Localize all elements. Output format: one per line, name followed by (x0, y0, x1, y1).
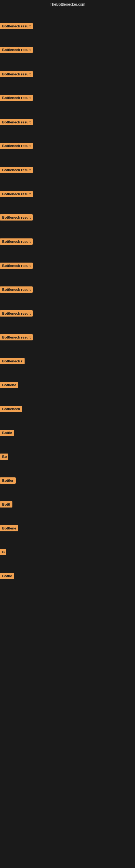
bottleneck-badge: Bottlene (0, 525, 18, 531)
bottleneck-badge: Bottler (0, 477, 16, 484)
bottleneck-result-item[interactable]: Bottl (0, 501, 12, 508)
bottleneck-result-item[interactable]: Bottleneck result (0, 310, 33, 318)
bottleneck-badge: Bottleneck result (0, 119, 33, 125)
bottleneck-badge: Bottle (0, 573, 14, 579)
bottleneck-badge: Bottleneck r (0, 358, 25, 364)
bottleneck-badge: Bo (0, 454, 8, 460)
bottleneck-result-item[interactable]: Bottleneck result (0, 119, 33, 126)
bottleneck-result-item[interactable]: Bottleneck result (0, 71, 33, 79)
bottleneck-result-item[interactable]: Bottleneck r (0, 358, 25, 365)
bottleneck-result-item[interactable]: Bottle (0, 430, 14, 437)
bottleneck-badge: Bottleneck result (0, 95, 33, 101)
bottleneck-badge: Bottle (0, 430, 14, 436)
bottleneck-badge: Bottleneck result (0, 191, 33, 197)
bottleneck-result-item[interactable]: Bottleneck (0, 406, 22, 413)
bottleneck-badge: B (0, 549, 6, 555)
bottleneck-badge: Bottleneck result (0, 310, 33, 316)
bottleneck-badge: Bottleneck result (0, 214, 33, 220)
bottleneck-badge: Bottlene (0, 382, 18, 388)
bottleneck-result-item[interactable]: B (0, 549, 6, 556)
bottleneck-badge: Bottleneck result (0, 334, 33, 340)
bottleneck-badge: Bottl (0, 501, 12, 507)
bottleneck-result-item[interactable]: Bottleneck result (0, 239, 33, 246)
site-title: TheBottlenecker.com (0, 0, 135, 8)
bottleneck-badge: Bottleneck result (0, 262, 33, 269)
bottleneck-result-item[interactable]: Bottleneck result (0, 95, 33, 102)
bottleneck-badge: Bottleneck result (0, 286, 33, 293)
bottleneck-result-item[interactable]: Bottlene (0, 525, 18, 532)
bottleneck-badge: Bottleneck result (0, 71, 33, 77)
bottleneck-result-item[interactable]: Bottleneck result (0, 262, 33, 270)
bottleneck-result-item[interactable]: Bottleneck result (0, 23, 33, 30)
bottleneck-result-item[interactable]: Bottleneck result (0, 191, 33, 198)
bottleneck-result-item[interactable]: Bottleneck result (0, 286, 33, 294)
bottleneck-result-item[interactable]: Bottlene (0, 382, 18, 389)
bottleneck-badge: Bottleneck (0, 406, 22, 412)
bottleneck-result-item[interactable]: Bottle (0, 573, 14, 580)
bottleneck-badge: Bottleneck result (0, 23, 33, 29)
bottleneck-badge: Bottleneck result (0, 46, 33, 53)
bottleneck-result-item[interactable]: Bottleneck result (0, 167, 33, 174)
bottleneck-result-item[interactable]: Bottleneck result (0, 46, 33, 54)
bottleneck-result-item[interactable]: Bottleneck result (0, 143, 33, 150)
bottleneck-badge: Bottleneck result (0, 143, 33, 149)
bottleneck-result-item[interactable]: Bottleneck result (0, 334, 33, 341)
bottleneck-result-item[interactable]: Bottler (0, 477, 16, 485)
bottleneck-badge: Bottleneck result (0, 167, 33, 173)
bottleneck-result-item[interactable]: Bo (0, 454, 8, 461)
bottleneck-badge: Bottleneck result (0, 239, 33, 245)
bottleneck-result-item[interactable]: Bottleneck result (0, 214, 33, 222)
